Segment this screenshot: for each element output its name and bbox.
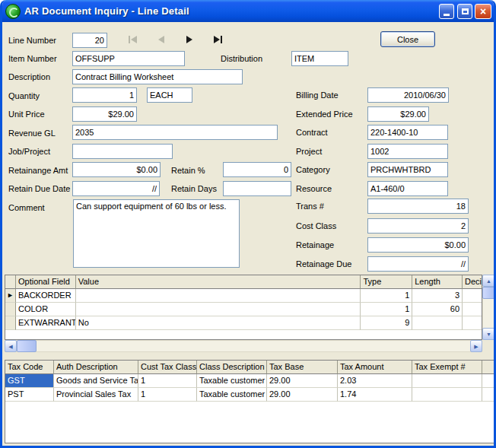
cell-tax-amount[interactable]: 1.74 xyxy=(338,388,412,402)
cell-type[interactable]: 1 xyxy=(361,303,412,316)
cost-class-field[interactable] xyxy=(367,218,469,234)
optional-grid-row[interactable]: COLOR 1 60 xyxy=(5,303,482,316)
quantity-field[interactable] xyxy=(72,87,137,103)
maximize-button[interactable] xyxy=(457,4,472,19)
decimals-column-header[interactable]: Deci xyxy=(463,275,482,289)
unit-of-measure-field[interactable] xyxy=(147,87,192,103)
cell-tax-base[interactable]: 29.00 xyxy=(267,388,338,402)
type-column-header[interactable]: Type xyxy=(361,275,412,289)
tax-base-column-header[interactable]: Tax Base xyxy=(267,361,338,374)
minimize-button[interactable] xyxy=(439,4,454,19)
trans-num-field[interactable] xyxy=(367,199,469,214)
cell-length[interactable]: 60 xyxy=(412,303,463,316)
comment-field[interactable]: Can support equipment of 60 lbs or less. xyxy=(73,199,240,268)
cell-class-description[interactable]: Taxable customer xyxy=(197,388,267,402)
previous-record-icon xyxy=(156,35,168,44)
cell-length[interactable] xyxy=(412,316,463,330)
tax-amount-column-header[interactable]: Tax Amount xyxy=(338,361,412,374)
quantity-label: Quantity xyxy=(8,91,40,100)
cell-value[interactable] xyxy=(76,303,361,316)
class-description-column-header[interactable]: Class Description xyxy=(197,361,267,374)
scroll-down-button[interactable]: ▼ xyxy=(482,328,495,340)
close-button[interactable]: Close xyxy=(380,31,435,47)
horizontal-scroll-thumb[interactable] xyxy=(17,340,37,352)
billing-date-field[interactable] xyxy=(367,87,449,103)
nav-first-button[interactable] xyxy=(127,35,141,46)
contract-field[interactable] xyxy=(367,125,448,140)
tax-grid-header-row: Tax Code Auth Description Cust Tax Class… xyxy=(5,361,495,374)
length-column-header[interactable]: Length xyxy=(412,275,463,289)
scroll-up-button[interactable]: ▲ xyxy=(482,275,495,287)
tax-exempt-column-header[interactable]: Tax Exempt # xyxy=(412,361,482,374)
nav-previous-button[interactable] xyxy=(155,35,169,46)
cell-tax-code[interactable]: GST xyxy=(5,374,54,388)
optional-grid-horizontal-scrollbar[interactable] xyxy=(5,340,482,352)
item-number-field[interactable] xyxy=(72,51,185,66)
revenue-gl-field[interactable] xyxy=(72,125,278,140)
cell-tax-base[interactable]: 29.00 xyxy=(267,374,338,388)
tax-grid-row[interactable]: GST Goods and Service Tax 1 Taxable cust… xyxy=(5,374,495,388)
auth-description-column-header[interactable]: Auth Description xyxy=(54,361,138,374)
cell-auth-description[interactable]: Goods and Service Tax xyxy=(54,374,138,388)
cell-deci[interactable] xyxy=(463,289,482,303)
optional-grid-row[interactable]: EXTWARRANTY No 9 xyxy=(5,316,482,330)
category-field[interactable] xyxy=(367,162,448,177)
tax-code-column-header[interactable]: Tax Code xyxy=(5,361,54,374)
cell-tax-amount[interactable]: 2.03 xyxy=(338,374,412,388)
cell-tax-exempt[interactable] xyxy=(412,374,482,388)
nav-last-button[interactable] xyxy=(211,35,224,46)
cell-length[interactable]: 3 xyxy=(412,289,463,303)
cell-cust-tax-class[interactable]: 1 xyxy=(138,388,197,402)
description-field[interactable] xyxy=(72,69,243,84)
cell-type[interactable]: 9 xyxy=(361,316,412,330)
cell-cust-tax-class[interactable]: 1 xyxy=(138,374,197,388)
cell-optional-field[interactable]: BACKORDER xyxy=(16,289,76,303)
cell-deci[interactable] xyxy=(463,316,482,330)
retainange-amt-field[interactable] xyxy=(72,162,161,177)
retain-due-date-field[interactable] xyxy=(72,181,160,196)
retain-days-label: Retain Days xyxy=(171,184,217,193)
cell-optional-field[interactable]: EXTWARRANTY xyxy=(16,316,76,330)
scroll-right-button[interactable]: ▶ xyxy=(470,340,482,352)
chevron-right-icon: ▶ xyxy=(474,344,478,349)
tax-grid: Tax Code Auth Description Cust Tax Class… xyxy=(5,360,496,443)
window-title: AR Document Inquiry - Line Detail xyxy=(24,5,189,17)
billing-date-label: Billing Date xyxy=(296,91,339,100)
optional-grid-row[interactable]: ► BACKORDER 1 3 xyxy=(5,289,482,303)
retainage-field[interactable] xyxy=(367,237,469,253)
project-field[interactable] xyxy=(367,144,448,159)
tax-grid-row[interactable]: PST Provincial Sales Tax 1 Taxable custo… xyxy=(5,388,495,402)
comment-label: Comment xyxy=(8,203,45,212)
cust-tax-class-column-header[interactable]: Cust Tax Class xyxy=(138,361,197,374)
nav-next-button[interactable] xyxy=(183,35,196,46)
extended-price-field[interactable] xyxy=(367,106,429,122)
scroll-left-button[interactable]: ◀ xyxy=(5,340,17,352)
close-window-button[interactable]: × xyxy=(475,4,491,19)
retain-pct-field[interactable] xyxy=(223,162,291,177)
job-project-field[interactable] xyxy=(72,144,173,159)
cell-deci[interactable] xyxy=(463,303,482,316)
cell-tax-code[interactable]: PST xyxy=(5,388,54,402)
cell-type[interactable]: 1 xyxy=(361,289,412,303)
line-number-field[interactable] xyxy=(72,33,107,48)
retainage-due-field[interactable] xyxy=(367,256,469,272)
cell-optional-field[interactable]: COLOR xyxy=(16,303,76,316)
next-record-icon xyxy=(183,35,196,44)
unit-price-field[interactable] xyxy=(72,106,137,122)
row-filler xyxy=(482,388,495,402)
retain-pct-label: Retain % xyxy=(171,166,205,175)
cell-class-description[interactable]: Taxable customer xyxy=(197,374,267,388)
retain-days-field[interactable] xyxy=(223,181,291,196)
cell-value[interactable] xyxy=(76,289,361,303)
retainage-due-label: Retainage Due xyxy=(296,259,351,268)
value-column-header[interactable]: Value xyxy=(76,275,361,289)
titlebar[interactable]: AR Document Inquiry - Line Detail × xyxy=(0,0,496,22)
cell-tax-exempt[interactable] xyxy=(412,388,482,402)
cell-value[interactable]: No xyxy=(76,316,361,330)
cell-auth-description[interactable]: Provincial Sales Tax xyxy=(54,388,138,402)
distribution-field[interactable] xyxy=(291,51,348,66)
optional-field-column-header[interactable]: Optional Field xyxy=(16,275,76,289)
resource-field[interactable] xyxy=(367,181,448,196)
optional-grid-header-row: Optional Field Value Type Length Deci xyxy=(5,275,482,289)
vertical-scroll-thumb[interactable] xyxy=(482,287,495,299)
